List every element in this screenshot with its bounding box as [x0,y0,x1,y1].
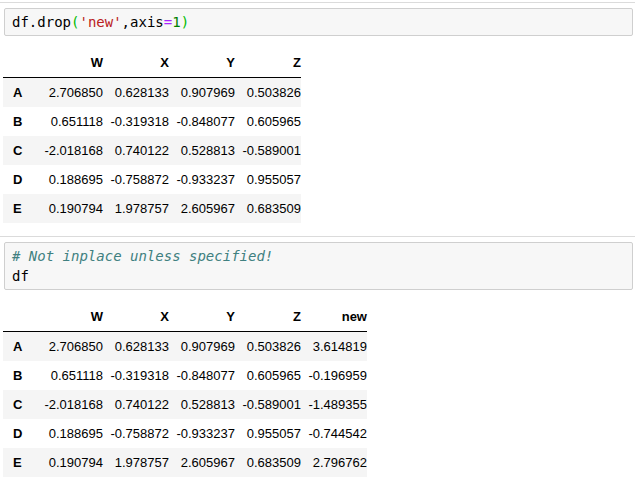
table-cell: 0.503826 [235,78,301,108]
table-cell: 2.706850 [37,78,103,108]
table-cell: 1.978757 [103,448,169,477]
table-cell: -0.196959 [301,361,367,390]
table-cell: 2.706850 [37,332,103,362]
table-row: C -2.018168 0.740122 0.528813 -0.589001 … [3,390,367,419]
table-cell: -0.758872 [103,165,169,194]
code-token-string: 'new' [79,14,121,30]
row-label: B [3,107,37,136]
column-header-y: Y [169,302,235,332]
column-header-w: W [37,302,103,332]
table-cell: 0.628133 [103,332,169,362]
table-header-row: W X Y Z new [3,302,367,332]
column-header-w: W [37,48,103,78]
table-row: D 0.188695 -0.758872 -0.933237 0.955057 … [3,419,367,448]
table-cell: -0.933237 [169,165,235,194]
table-cell: -1.489355 [301,390,367,419]
table-cell: 0.190794 [37,448,103,477]
table-row: C -2.018168 0.740122 0.528813 -0.589001 [3,136,301,165]
row-label: A [3,332,37,362]
table-cell: 2.605967 [169,194,235,223]
cell-divider [0,236,635,237]
code-token-function-call: df.drop [12,14,71,30]
code-line: df.drop('new',axis=1) [12,12,626,32]
table-cell: -0.319318 [103,107,169,136]
column-header-z: Z [235,48,301,78]
table-cell: 0.188695 [37,165,103,194]
table-cell: -2.018168 [37,136,103,165]
table-row: A 2.706850 0.628133 0.907969 0.503826 3.… [3,332,367,362]
table-cell: -0.933237 [169,419,235,448]
code-cell-1: df.drop('new',axis=1) W X Y Z A 2.706850… [0,8,635,223]
dataframe-table-2: W X Y Z new A 2.706850 0.628133 0.907969… [3,302,367,477]
row-label: D [3,165,37,194]
row-label: A [3,78,37,108]
table-cell: 0.190794 [37,194,103,223]
table-cell: 0.955057 [235,165,301,194]
table-cell: 0.605965 [235,107,301,136]
table-cell: -0.848077 [169,107,235,136]
row-label: E [3,194,37,223]
code-token-variable: df [12,268,29,284]
table-cell: 0.651118 [37,107,103,136]
column-header-new: new [301,302,367,332]
table-cell: 1.978757 [103,194,169,223]
table-cell: 0.628133 [103,78,169,108]
code-token-number: 1 [172,14,180,30]
code-token-arg-name: ,axis [122,14,164,30]
table-row: B 0.651118 -0.319318 -0.848077 0.605965 [3,107,301,136]
code-token-comment: # Not inplace unless specified! [12,248,273,264]
row-label: B [3,361,37,390]
table-header-row: W X Y Z [3,48,301,78]
index-header [3,48,37,78]
table-cell: 3.614819 [301,332,367,362]
code-token-equals: = [164,14,172,30]
table-row: A 2.706850 0.628133 0.907969 0.503826 [3,78,301,108]
row-label: C [3,136,37,165]
table-cell: -0.319318 [103,361,169,390]
column-header-y: Y [169,48,235,78]
table-cell: 0.503826 [235,332,301,362]
table-cell: 2.605967 [169,448,235,477]
table-row: B 0.651118 -0.319318 -0.848077 0.605965 … [3,361,367,390]
table-row: E 0.190794 1.978757 2.605967 0.683509 2.… [3,448,367,477]
table-cell: 0.907969 [169,78,235,108]
table-cell: -0.744542 [301,419,367,448]
table-cell: 0.605965 [235,361,301,390]
dataframe-table-1: W X Y Z A 2.706850 0.628133 0.907969 0.5… [3,48,301,223]
table-cell: 0.955057 [235,419,301,448]
code-cell-2: # Not inplace unless specified! df W X Y… [0,242,635,477]
table-cell: 0.528813 [169,390,235,419]
column-header-x: X [103,302,169,332]
table-row: E 0.190794 1.978757 2.605967 0.683509 [3,194,301,223]
code-line: df [12,266,626,286]
table-cell: 2.796762 [301,448,367,477]
row-label: C [3,390,37,419]
column-header-z: Z [235,302,301,332]
table-cell: 0.683509 [235,194,301,223]
table-cell: -0.848077 [169,361,235,390]
table-cell: -0.758872 [103,419,169,448]
table-cell: -2.018168 [37,390,103,419]
table-cell: 0.528813 [169,136,235,165]
table-cell: 0.683509 [235,448,301,477]
table-cell: 0.740122 [103,136,169,165]
notebook: df.drop('new',axis=1) W X Y Z A 2.706850… [0,2,635,492]
cell-divider [0,2,635,3]
code-line: # Not inplace unless specified! [12,246,626,266]
code-token-close-paren: ) [181,14,189,30]
row-label: E [3,448,37,477]
table-cell: -0.589001 [235,136,301,165]
index-header [3,302,37,332]
table-cell: 0.188695 [37,419,103,448]
table-cell: 0.651118 [37,361,103,390]
table-cell: 0.907969 [169,332,235,362]
table-cell: -0.589001 [235,390,301,419]
row-label: D [3,419,37,448]
code-cell-2-input[interactable]: # Not inplace unless specified! df [4,242,633,290]
table-row: D 0.188695 -0.758872 -0.933237 0.955057 [3,165,301,194]
column-header-x: X [103,48,169,78]
table-cell: 0.740122 [103,390,169,419]
code-cell-1-input[interactable]: df.drop('new',axis=1) [4,8,633,36]
